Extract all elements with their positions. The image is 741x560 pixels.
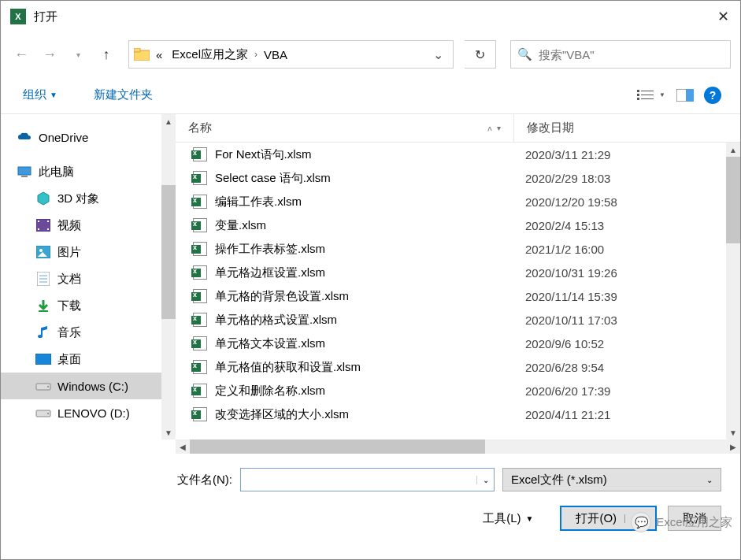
new-folder-label: 新建文件夹 xyxy=(94,87,153,102)
drive-icon xyxy=(35,379,51,393)
file-row[interactable]: 单元格的格式设置.xlsm2020/10/11 17:03 xyxy=(176,308,740,332)
sidebar-item-label: LENOVO (D:) xyxy=(57,406,130,420)
file-row[interactable]: 定义和删除名称.xlsm2020/6/20 17:39 xyxy=(176,379,740,402)
file-row[interactable]: 单元格值的获取和设置.xlsm2020/6/28 9:54 xyxy=(176,355,740,379)
svg-rect-10 xyxy=(18,167,31,175)
file-pane: 名称 ʌ ▾ 修改日期 For Next语句.xlsm2020/3/11 21:… xyxy=(176,114,740,439)
breadcrumb-part-1[interactable]: VBA xyxy=(259,48,292,61)
sidebar-item-drive[interactable]: Windows (C:) xyxy=(1,373,176,399)
filename-input[interactable] xyxy=(241,473,476,487)
sidebar-item-drive[interactable]: LENOVO (D:) xyxy=(1,399,176,426)
scroll-up-icon[interactable]: ▲ xyxy=(726,143,740,157)
svg-rect-4 xyxy=(637,94,639,96)
sidebar-item-docs[interactable]: 文档 xyxy=(1,265,176,292)
scroll-left-icon[interactable]: ◀ xyxy=(176,439,190,454)
breadcrumb[interactable]: « Excel应用之家 › VBA ⌄ xyxy=(128,40,454,69)
chevron-down-icon: ▼ xyxy=(50,91,57,99)
view-mode-button[interactable]: ▼ xyxy=(633,87,669,104)
filename-dropdown[interactable]: ⌄ xyxy=(476,476,494,484)
svg-rect-1 xyxy=(134,48,140,52)
scrollbar-thumb[interactable] xyxy=(726,157,740,243)
organize-label: 组织 xyxy=(23,87,46,102)
svg-point-26 xyxy=(38,335,43,338)
file-row[interactable]: 单元格文本设置.xlsm2020/9/6 10:52 xyxy=(176,332,740,355)
file-name: 单元格的背景色设置.xlsm xyxy=(215,289,513,304)
file-vscrollbar[interactable]: ▲ ▼ xyxy=(726,143,740,439)
file-type-filter[interactable]: Excel文件 (*.xlsm) ⌄ xyxy=(502,468,721,491)
file-row[interactable]: 改变选择区域的大小.xlsm2020/4/11 21:21 xyxy=(176,402,740,426)
file-name: 编辑工作表.xlsm xyxy=(215,195,513,210)
chevron-down-icon: ▼ xyxy=(659,91,665,98)
scrollbar-thumb[interactable] xyxy=(161,185,176,319)
cancel-button[interactable]: 取消 xyxy=(668,506,721,531)
folder-icon xyxy=(132,45,151,64)
column-name[interactable]: 名称 ʌ ▾ xyxy=(176,114,514,142)
column-date[interactable]: 修改日期 xyxy=(514,114,740,142)
breadcrumb-part-0[interactable]: Excel应用之家 xyxy=(167,47,253,62)
file-row[interactable]: 单元格的背景色设置.xlsm2020/11/14 15:39 xyxy=(176,284,740,308)
sidebar-scrollbar[interactable]: ▲ ▼ xyxy=(161,114,176,439)
docs-icon xyxy=(35,272,51,286)
file-date: 2021/1/2 16:00 xyxy=(513,243,740,256)
chevron-down-icon: ⌄ xyxy=(706,476,713,484)
chevron-right-icon: › xyxy=(253,49,259,60)
column-headers: 名称 ʌ ▾ 修改日期 xyxy=(176,114,740,143)
organize-button[interactable]: 组织 ▼ xyxy=(17,84,64,106)
sidebar-item-desktop[interactable]: 桌面 xyxy=(1,346,176,373)
help-button[interactable]: ? xyxy=(704,87,721,104)
scrollbar-thumb[interactable] xyxy=(190,439,485,454)
open-button[interactable]: 打开(O) ▼ xyxy=(560,506,657,531)
preview-pane-button[interactable] xyxy=(672,84,698,106)
recent-dropdown[interactable]: ▾ xyxy=(67,43,89,65)
search-box[interactable]: 🔍 xyxy=(510,40,731,69)
column-dropdown-icon[interactable]: ▾ xyxy=(497,124,501,132)
sidebar-item-download[interactable]: 下载 xyxy=(1,292,176,319)
file-row[interactable]: For Next语句.xlsm2020/3/11 21:29 xyxy=(176,143,740,166)
file-name: Select case 语句.xlsm xyxy=(215,171,513,186)
file-row[interactable]: Select case 语句.xlsm2020/2/29 18:03 xyxy=(176,166,740,190)
file-hscrollbar[interactable]: ◀ ▶ xyxy=(176,439,740,454)
close-button[interactable]: ✕ xyxy=(715,9,731,24)
sidebar-item-label: 3D 对象 xyxy=(57,191,99,206)
xlsm-file-icon xyxy=(193,289,207,303)
xlsm-file-icon xyxy=(193,313,207,327)
file-date: 2020/6/20 17:39 xyxy=(513,384,740,398)
open-dropdown-icon[interactable]: ▼ xyxy=(624,514,641,523)
sidebar-item-video[interactable]: 视频 xyxy=(1,212,176,239)
forward-button[interactable]: → xyxy=(39,43,61,65)
sidebar-item-music[interactable]: 音乐 xyxy=(1,319,176,346)
file-date: 2020/3/11 21:29 xyxy=(513,148,740,161)
file-name: 单元格边框设置.xlsm xyxy=(215,265,513,280)
back-button[interactable]: ← xyxy=(10,43,32,65)
scroll-down-icon[interactable]: ▼ xyxy=(726,425,740,439)
filename-combo[interactable]: ⌄ xyxy=(240,468,495,491)
search-input[interactable] xyxy=(539,48,724,61)
new-folder-button[interactable]: 新建文件夹 xyxy=(87,84,159,106)
sidebar-item-3d[interactable]: 3D 对象 xyxy=(1,185,176,212)
sidebar-item-pictures[interactable]: 图片 xyxy=(1,239,176,265)
sidebar-item-onedrive[interactable]: OneDrive xyxy=(1,124,176,150)
scroll-up-icon[interactable]: ▲ xyxy=(161,114,176,128)
sidebar-item-label: 下载 xyxy=(57,299,81,313)
svg-rect-2 xyxy=(637,90,639,92)
pc-icon xyxy=(17,165,32,179)
refresh-button[interactable]: ↻ xyxy=(465,40,496,69)
up-button[interactable]: ↑ xyxy=(95,43,117,65)
drive-icon xyxy=(35,406,51,420)
sidebar-item-pc[interactable]: 此电脑 xyxy=(1,158,176,185)
tools-button[interactable]: 工具(L) ▼ xyxy=(483,511,533,526)
column-date-label: 修改日期 xyxy=(527,121,574,135)
desktop-icon xyxy=(35,352,51,366)
main-area: OneDrive此电脑3D 对象视频图片文档下载音乐桌面Windows (C:)… xyxy=(1,114,740,439)
scroll-down-icon[interactable]: ▼ xyxy=(161,425,176,439)
file-row[interactable]: 变量.xlsm2020/2/4 15:13 xyxy=(176,213,740,237)
scroll-right-icon[interactable]: ▶ xyxy=(726,439,740,454)
svg-rect-3 xyxy=(641,91,654,91)
svg-rect-7 xyxy=(641,98,654,99)
file-row[interactable]: 编辑工作表.xlsm2020/12/20 19:58 xyxy=(176,190,740,213)
breadcrumb-dropdown[interactable]: ⌄ xyxy=(427,47,450,62)
file-row[interactable]: 单元格边框设置.xlsm2020/10/31 19:26 xyxy=(176,261,740,284)
search-icon: 🔍 xyxy=(517,47,532,61)
file-row[interactable]: 操作工作表标签.xlsm2021/1/2 16:00 xyxy=(176,237,740,261)
file-list: For Next语句.xlsm2020/3/11 21:29Select cas… xyxy=(176,143,740,439)
